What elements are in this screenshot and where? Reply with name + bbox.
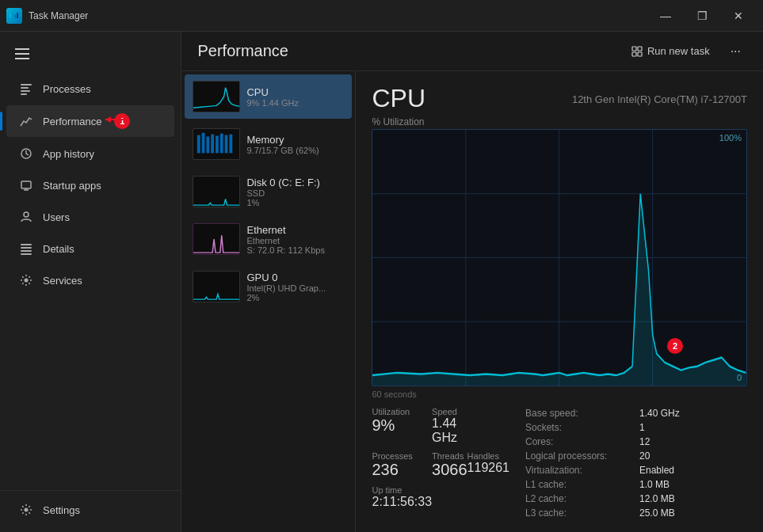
hamburger-icon [15,48,29,59]
sidebar-item-settings[interactable]: Settings [6,495,174,525]
svg-rect-3 [17,13,18,18]
sidebar-item-startupapps[interactable]: Startup apps [6,170,174,200]
detail-bottom: Utilization 9% Speed 1.44 GHz Processes … [372,407,747,519]
logical-value-text: 20 [639,450,650,462]
details-icon [19,241,33,256]
base-speed-value: 1.40 GHz [639,407,747,420]
minimize-button[interactable]: — [647,3,684,28]
device-item-ethernet[interactable]: Ethernet Ethernet S: 72.0 R: 112 Kbps [185,217,352,261]
device-item-memory[interactable]: Memory 9.7/15.7 GB (62%) [185,122,352,166]
disk-device-info: Disk 0 (C: E: F:) SSD 1% [246,177,344,207]
detail-title: CPU [372,84,425,113]
disk-device-sub: SSD [246,188,344,198]
l1-value: 1.0 MB [639,478,747,491]
virt-label: Virtualization: [525,464,633,477]
gpu-device-val: 2% [246,293,344,302]
svg-rect-7 [21,93,27,95]
stats-grid: Utilization 9% Speed 1.44 GHz Processes … [372,407,509,509]
cpu-device-name: CPU [246,86,344,98]
svg-point-20 [25,508,29,512]
performance-icon [19,114,33,128]
virt-value: Enabled [639,464,747,477]
svg-point-19 [25,279,29,283]
sockets-value: 1 [639,421,747,434]
sidebar-label-startupapps: Startup apps [43,180,101,192]
memory-thumbnail [193,128,240,160]
svg-rect-16 [21,247,32,249]
device-item-cpu[interactable]: CPU 9% 1.44 GHz [185,74,352,119]
svg-rect-28 [212,135,215,154]
svg-rect-22 [638,47,642,51]
svg-rect-6 [21,90,30,92]
sidebar: Processes Performance 1 [0,32,181,532]
services-icon [19,273,33,287]
annotation-badge-2: 2 [667,338,683,354]
stat-speed-label: Speed [432,407,467,416]
l2-label: L2 cache: [525,492,633,505]
svg-rect-5 [21,87,29,89]
sidebar-item-services[interactable]: Services [6,265,174,295]
disk-device-val: 1% [246,198,344,207]
specs-grid: Base speed: 1.40 GHz Sockets: 1 Cores: 1… [525,407,747,519]
stat-utilization: Utilization 9% [372,407,432,445]
cpu-thumbnail [193,81,240,112]
stat-threads-label: Threads [432,451,467,461]
svg-rect-11 [21,181,31,188]
annotation-arrow-1 [101,112,133,127]
stat-util-value: 9% [372,416,432,435]
maximize-button[interactable]: ❐ [684,3,720,28]
sidebar-bottom: Settings [0,490,181,529]
performance-layout: CPU 9% 1.44 GHz [181,71,763,532]
svg-rect-32 [230,135,233,154]
stat-speed-value: 1.44 GHz [432,416,467,445]
utilization-label: % Utilization [372,116,747,127]
more-options-button[interactable]: ··· [724,40,747,63]
apphistory-icon [19,146,33,161]
sidebar-item-users[interactable]: Users [6,202,174,232]
ethernet-device-name: Ethernet [246,224,344,236]
stat-handles: Handles 119261 [467,451,509,479]
svg-rect-15 [21,244,32,245]
chart-min-label: 0 [737,373,742,382]
sidebar-item-apphistory[interactable]: App history [6,139,174,169]
base-speed-label: Base speed: [525,407,633,420]
sidebar-item-performance[interactable]: Performance 1 [6,105,174,137]
l3-label: L3 cache: [525,507,633,519]
cores-label: Cores: [525,435,633,448]
device-item-gpu[interactable]: GPU 0 Intel(R) UHD Grap... 2% [185,264,352,309]
stats-left: Utilization 9% Speed 1.44 GHz Processes … [372,407,509,519]
logical-value: 20 [639,450,747,462]
gpu-device-name: GPU 0 [246,272,344,283]
svg-rect-17 [21,250,32,252]
svg-point-14 [24,212,29,217]
chart-max-label: 100% [719,133,742,142]
close-button[interactable]: ✕ [720,3,757,28]
svg-rect-23 [632,52,636,56]
hamburger-button[interactable] [6,38,38,70]
svg-rect-4 [21,84,32,86]
stat-threads-value: 3066 [432,461,467,479]
l3-value: 25.0 MB [639,507,747,519]
memory-device-name: Memory [246,134,344,146]
sidebar-label-settings: Settings [43,504,80,516]
sidebar-label-performance: Performance [43,116,101,127]
cpu-device-sub: 9% 1.44 GHz [246,98,344,108]
run-new-task-button[interactable]: Run new task [624,40,718,62]
stat-uptime-value: 2:11:56:33 [372,495,432,509]
logical-label: Logical processors: [525,450,633,462]
svg-rect-21 [632,47,636,51]
svg-rect-2 [14,14,16,18]
svg-rect-30 [220,134,223,154]
sidebar-item-processes[interactable]: Processes [6,74,174,104]
stat-uptime-label: Up time [372,485,432,495]
sidebar-label-details: Details [43,243,74,255]
sidebar-label-services: Services [43,275,82,287]
svg-rect-26 [202,133,205,154]
sidebar-item-details[interactable]: Details [6,234,174,264]
svg-marker-9 [105,116,111,123]
detail-panel: CPU 12th Gen Intel(R) Core(TM) i7-12700T… [356,71,763,532]
content-title: Performance [197,42,288,60]
disk-device-name: Disk 0 (C: E: F:) [246,177,344,188]
svg-rect-29 [216,136,219,154]
device-item-disk[interactable]: Disk 0 (C: E: F:) SSD 1% [185,169,352,214]
